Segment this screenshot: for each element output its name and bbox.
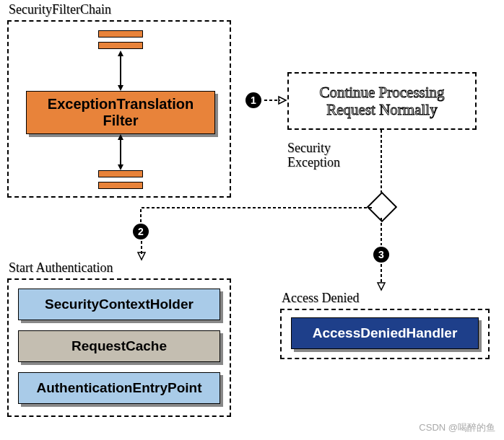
access-denied-label: Access Denied bbox=[282, 291, 359, 306]
start-authentication-box: SecurityContextHolder RequestCache Authe… bbox=[7, 278, 231, 417]
arrow-to-start-auth bbox=[137, 241, 146, 260]
access-denied-handler-box: AccessDeniedHandler bbox=[291, 317, 479, 349]
arrow-to-access-denied bbox=[377, 264, 386, 290]
svg-marker-5 bbox=[118, 164, 123, 170]
filter-bar-bottom-1 bbox=[98, 170, 143, 177]
access-denied-box: AccessDeniedHandler bbox=[280, 309, 490, 359]
line-diamond-to-step3 bbox=[380, 218, 383, 245]
svg-marker-13 bbox=[378, 283, 385, 290]
svg-marker-4 bbox=[118, 134, 123, 140]
authentication-entry-point-box: AuthenticationEntryPoint bbox=[18, 372, 220, 404]
watermark-text: CSDN @喝醉的鱼 bbox=[419, 421, 495, 434]
step-3-marker: 3 bbox=[373, 247, 389, 263]
arrow-to-continue bbox=[264, 94, 286, 106]
svg-marker-1 bbox=[118, 50, 123, 56]
security-filter-chain-label: SecurityFilterChain bbox=[9, 3, 111, 17]
double-arrow-bottom bbox=[117, 134, 124, 170]
line-diamond-to-step2 bbox=[141, 208, 372, 228]
security-context-holder-box: SecurityContextHolder bbox=[18, 289, 220, 320]
filter-bar-top-1 bbox=[98, 30, 143, 38]
step-2-marker: 2 bbox=[133, 224, 149, 239]
double-arrow-top bbox=[117, 50, 124, 91]
step-1-marker: 1 bbox=[246, 92, 261, 108]
filter-label: ExceptionTranslation Filter bbox=[48, 96, 194, 128]
start-authentication-label: Start Authentication bbox=[9, 261, 113, 276]
security-exception-label: Security Exception bbox=[287, 141, 340, 170]
request-cache-box: RequestCache bbox=[18, 330, 220, 362]
filter-bar-top-2 bbox=[98, 42, 143, 49]
filter-bar-bottom-2 bbox=[98, 182, 143, 189]
continue-processing-text: Continue Processing Request Normally bbox=[289, 84, 475, 118]
line-continue-to-diamond bbox=[380, 130, 383, 195]
security-filter-chain-box: ExceptionTranslation Filter bbox=[7, 20, 231, 198]
continue-processing-box: Continue Processing Request Normally bbox=[287, 72, 477, 130]
exception-translation-filter-box: ExceptionTranslation Filter bbox=[26, 91, 215, 134]
svg-marker-2 bbox=[118, 85, 123, 91]
